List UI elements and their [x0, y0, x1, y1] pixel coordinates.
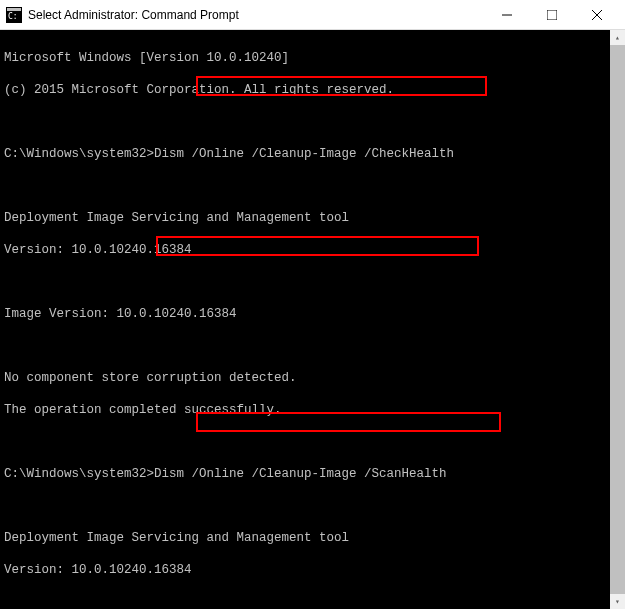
- scrollbar-up-button[interactable]: ▴: [610, 30, 625, 45]
- minimize-icon: [502, 10, 512, 20]
- blank-line: [4, 274, 606, 290]
- maximize-icon: [547, 10, 557, 20]
- command-line-1: C:\Windows\system32>Dism /Online /Cleanu…: [4, 146, 606, 162]
- blank-line: [4, 114, 606, 130]
- tool-header: Deployment Image Servicing and Managemen…: [4, 530, 606, 546]
- blank-line: [4, 498, 606, 514]
- tool-version: Version: 10.0.10240.16384: [4, 242, 606, 258]
- command-line-2: C:\Windows\system32>Dism /Online /Cleanu…: [4, 466, 606, 482]
- svg-text:C:: C:: [8, 12, 18, 21]
- blank-line: [4, 178, 606, 194]
- close-button[interactable]: [574, 1, 619, 29]
- window-titlebar: C: Select Administrator: Command Prompt: [0, 0, 625, 30]
- terminal-content[interactable]: Microsoft Windows [Version 10.0.10240] (…: [0, 30, 610, 609]
- copyright-line: (c) 2015 Microsoft Corporation. All righ…: [4, 82, 606, 98]
- result-no-corruption: No component store corruption detected.: [4, 370, 606, 386]
- scrollbar-down-button[interactable]: ▾: [610, 594, 625, 609]
- svg-rect-4: [547, 10, 557, 20]
- blank-line: [4, 434, 606, 450]
- blank-line: [4, 338, 606, 354]
- tool-version: Version: 10.0.10240.16384: [4, 562, 606, 578]
- vertical-scrollbar[interactable]: ▴ ▾: [610, 30, 625, 609]
- scrollbar-thumb[interactable]: [610, 45, 625, 594]
- maximize-button[interactable]: [529, 1, 574, 29]
- svg-rect-1: [7, 8, 21, 11]
- result-completed: The operation completed successfully.: [4, 402, 606, 418]
- image-version: Image Version: 10.0.10240.16384: [4, 306, 606, 322]
- close-icon: [592, 10, 602, 20]
- version-line: Microsoft Windows [Version 10.0.10240]: [4, 50, 606, 66]
- chevron-down-icon: ▾: [615, 597, 620, 606]
- app-icon: C:: [6, 7, 22, 23]
- blank-line: [4, 594, 606, 609]
- window-controls: [484, 1, 619, 29]
- minimize-button[interactable]: [484, 1, 529, 29]
- window-title: Select Administrator: Command Prompt: [28, 8, 484, 22]
- chevron-up-icon: ▴: [615, 33, 620, 42]
- tool-header: Deployment Image Servicing and Managemen…: [4, 210, 606, 226]
